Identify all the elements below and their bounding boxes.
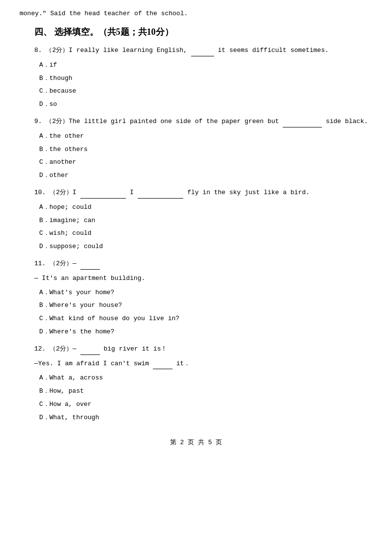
question-10: 10. （2分）I I fly in the sky just like a b… xyxy=(34,188,372,252)
q10-number: 10. xyxy=(34,189,46,196)
q12-number: 12. xyxy=(34,345,46,353)
q11-blank xyxy=(80,259,100,270)
q12-option-c: C．How a, over xyxy=(39,400,372,410)
q12-blank1 xyxy=(80,344,100,355)
question-11: 11. （2分）— — It's an apartment building. … xyxy=(34,259,372,337)
q9-option-c: C．another xyxy=(39,157,372,168)
q8-option-a: A．if xyxy=(39,60,372,71)
q10-option-c: C．wish; could xyxy=(39,228,372,239)
q9-option-d: D．other xyxy=(39,171,372,181)
q9-number: 9. xyxy=(34,118,42,125)
page-footer: 第 2 页 共 5 页 xyxy=(20,438,372,447)
q12-option-d: D．What, through xyxy=(39,413,372,423)
question-12: 12. （2分）— big river it is！ —Yes. I am af… xyxy=(34,344,372,423)
q12-option-b: B．How, past xyxy=(39,386,372,397)
question-11-response: — It's an apartment building. xyxy=(34,274,372,284)
top-line: money." Said the head teacher of the sch… xyxy=(20,10,372,17)
q8-number: 8. xyxy=(34,47,42,54)
q10-option-a: A．hope; could xyxy=(39,202,372,213)
q8-option-b: B．though xyxy=(39,74,372,84)
q10-blank1 xyxy=(80,188,126,199)
q9-option-a: A．the other xyxy=(39,131,372,142)
q11-option-c: C．What kind of house do you live in? xyxy=(39,314,372,324)
q12-response-suffix: it． xyxy=(176,360,191,367)
question-9: 9. （2分）The little girl painted one side … xyxy=(34,117,372,181)
q9-suffix: side black. xyxy=(326,118,368,125)
q11-option-a: A．What's your home? xyxy=(39,288,372,298)
question-12-response: —Yes. I am afraid I can't swim it． xyxy=(34,359,372,370)
q9-prefix: （2分）The little girl painted one side of … xyxy=(46,118,279,125)
q9-blank xyxy=(283,117,322,127)
q8-prefix: （2分）I really like learning English, xyxy=(46,47,187,54)
q9-option-b: B．the others xyxy=(39,145,372,155)
section-number: 四、 xyxy=(34,27,52,37)
q12-blank2 xyxy=(153,359,172,370)
q11-prefix: （2分）— xyxy=(49,260,76,267)
q12-text1: big river it is！ xyxy=(103,345,167,353)
q11-option-d: D．Where's the home? xyxy=(39,327,372,337)
q12-response-prefix: —Yes. I am afraid I can't swim xyxy=(34,360,149,367)
q12-prefix: （2分）— xyxy=(49,345,76,353)
section-header: 四、 选择填空。（共5题；共10分） xyxy=(34,26,372,38)
section-title: 选择填空。（共5题；共10分） xyxy=(54,27,173,37)
question-9-stem: 9. （2分）The little girl painted one side … xyxy=(34,117,372,127)
question-12-stem: 12. （2分）— big river it is！ xyxy=(34,344,372,355)
q10-suffix: fly in the sky just like a bird. xyxy=(187,189,310,196)
question-11-stem: 11. （2分）— xyxy=(34,259,372,270)
q10-prefix: （2分）I xyxy=(49,189,76,196)
q10-middle: I xyxy=(130,189,134,196)
question-8: 8. （2分）I really like learning English, i… xyxy=(34,46,372,110)
q11-number: 11. xyxy=(34,260,46,267)
question-8-stem: 8. （2分）I really like learning English, i… xyxy=(34,46,372,56)
q8-option-c: C．because xyxy=(39,86,372,97)
q8-option-d: D．so xyxy=(39,100,372,110)
q11-option-b: B．Where's your house? xyxy=(39,301,372,311)
q8-blank xyxy=(191,46,214,56)
q8-suffix: it seems difficult sometimes. xyxy=(218,47,329,54)
question-10-stem: 10. （2分）I I fly in the sky just like a b… xyxy=(34,188,372,199)
q11-response: — It's an apartment building. xyxy=(34,275,145,282)
q10-option-d: D．suppose; could xyxy=(39,242,372,252)
q10-option-b: B．imagine; can xyxy=(39,216,372,226)
q10-blank2 xyxy=(138,188,184,199)
q12-option-a: A．What a, across xyxy=(39,373,372,383)
